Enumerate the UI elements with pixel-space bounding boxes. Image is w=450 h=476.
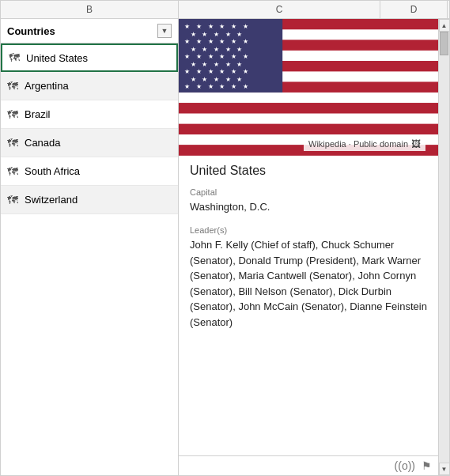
svg-text:★: ★ (219, 53, 225, 60)
scroll-track[interactable] (439, 32, 449, 463)
svg-text:★: ★ (196, 23, 202, 30)
country-item[interactable]: 🗺United States (1, 43, 178, 72)
country-name-text: United States (26, 52, 88, 64)
svg-text:★: ★ (208, 83, 214, 90)
svg-text:★: ★ (184, 38, 190, 45)
country-item[interactable]: 🗺South Africa (1, 157, 178, 186)
svg-text:★: ★ (231, 53, 236, 60)
svg-rect-9 (179, 103, 438, 113)
svg-text:★: ★ (191, 61, 196, 68)
scroll-up-arrow[interactable]: ▲ (439, 19, 450, 32)
map-icon: 🗺 (7, 108, 18, 121)
col-header-c: C (179, 1, 380, 18)
country-item[interactable]: 🗺Canada (1, 129, 178, 157)
svg-text:★: ★ (236, 76, 242, 83)
scroll-thumb[interactable] (440, 32, 448, 55)
svg-text:★: ★ (196, 83, 202, 90)
map-icon: 🗺 (9, 51, 20, 64)
svg-text:★: ★ (191, 46, 196, 53)
svg-rect-11 (179, 124, 438, 134)
map-icon: 🗺 (7, 80, 18, 93)
column-headers: B C D (1, 1, 449, 19)
left-column: Countries ▼ 🗺United States🗺Argentina🗺Bra… (1, 19, 179, 475)
svg-text:★: ★ (191, 31, 196, 38)
svg-text:★: ★ (231, 83, 236, 90)
svg-rect-10 (179, 114, 438, 124)
svg-text:★: ★ (208, 53, 214, 60)
svg-text:★: ★ (184, 68, 190, 75)
info-card[interactable]: ★★★★★★ ★★★★★ ★★★★★★ ★★★★★ ★★★★★★ ★★★★★ ★… (179, 19, 438, 455)
svg-text:★: ★ (243, 38, 248, 45)
svg-text:★: ★ (202, 61, 207, 68)
card-section-label: Capital (190, 187, 427, 197)
country-name-text: Brazil (25, 108, 51, 120)
svg-text:★: ★ (196, 38, 202, 45)
svg-text:★: ★ (202, 76, 207, 83)
svg-text:★: ★ (243, 68, 248, 75)
svg-text:★: ★ (214, 61, 219, 68)
svg-text:★: ★ (219, 68, 225, 75)
country-list[interactable]: 🗺United States🗺Argentina🗺Brazil🗺Canada🗺S… (1, 43, 178, 475)
svg-text:★: ★ (214, 76, 219, 83)
filter-dropdown-button[interactable]: ▼ (157, 24, 172, 38)
svg-text:★: ★ (243, 83, 248, 90)
svg-text:★: ★ (236, 46, 242, 53)
country-item[interactable]: 🗺Argentina (1, 72, 178, 100)
filter-header: Countries ▼ (1, 19, 178, 43)
pin-icon[interactable]: ⚑ (422, 459, 432, 472)
svg-text:★: ★ (236, 61, 242, 68)
map-icon: 🗺 (7, 194, 18, 206)
card-section-value: John F. Kelly (Chief of staff), Chuck Sc… (190, 237, 427, 330)
main-area: Countries ▼ 🗺United States🗺Argentina🗺Bra… (1, 19, 449, 475)
map-icon: 🗺 (7, 137, 18, 149)
svg-text:★: ★ (214, 46, 219, 53)
svg-text:★: ★ (191, 76, 196, 83)
svg-text:★: ★ (202, 31, 207, 38)
col-header-d: D (380, 1, 448, 18)
svg-text:★: ★ (219, 23, 225, 30)
svg-text:★: ★ (196, 68, 202, 75)
svg-text:★: ★ (231, 23, 236, 30)
svg-text:★: ★ (202, 46, 207, 53)
country-item[interactable]: 🗺Brazil (1, 100, 178, 129)
svg-text:★: ★ (208, 38, 214, 45)
filter-label: Countries (7, 25, 55, 37)
country-name-text: Argentina (25, 80, 69, 92)
svg-text:★: ★ (225, 31, 231, 38)
svg-text:★: ★ (243, 23, 248, 30)
image-icon: 🖼 (411, 138, 421, 149)
country-name-text: Canada (25, 137, 61, 149)
card-section-value: Washington, D.C. (190, 199, 427, 215)
card-section-label: Leader(s) (190, 225, 427, 235)
flag-container: ★★★★★★ ★★★★★ ★★★★★★ ★★★★★ ★★★★★★ ★★★★★ ★… (179, 19, 438, 156)
scrollbar[interactable]: ▲ ▼ (438, 19, 449, 475)
country-name-text: South Africa (25, 165, 80, 177)
right-wrapper: ★★★★★★ ★★★★★ ★★★★★★ ★★★★★ ★★★★★★ ★★★★★ ★… (179, 19, 449, 475)
us-flag: ★★★★★★ ★★★★★ ★★★★★★ ★★★★★ ★★★★★★ ★★★★★ ★… (179, 19, 438, 156)
svg-text:★: ★ (184, 53, 190, 60)
flag-caption: Wikipedia · Public domain 🖼 (304, 137, 425, 151)
svg-text:★: ★ (225, 46, 231, 53)
col-header-b: B (1, 1, 179, 18)
svg-rect-8 (179, 93, 438, 103)
svg-text:★: ★ (236, 31, 242, 38)
country-name-text: Switzerland (25, 194, 78, 206)
svg-text:★: ★ (214, 31, 219, 38)
svg-text:★: ★ (219, 38, 225, 45)
svg-text:★: ★ (225, 76, 231, 83)
country-item[interactable]: 🗺Switzerland (1, 186, 178, 214)
card-body: United States CapitalWashington, D.C.Lea… (179, 156, 438, 349)
svg-text:★: ★ (225, 61, 231, 68)
svg-text:★: ★ (208, 68, 214, 75)
flag-caption-text: Wikipedia · Public domain (308, 139, 408, 149)
scroll-down-arrow[interactable]: ▼ (439, 463, 450, 475)
signal-icon[interactable]: ((o)) (395, 459, 415, 472)
map-icon: 🗺 (7, 165, 18, 178)
svg-text:★: ★ (184, 23, 190, 30)
svg-text:★: ★ (196, 53, 202, 60)
svg-text:★: ★ (243, 53, 248, 60)
card-sections: CapitalWashington, D.C.Leader(s)John F. … (190, 187, 427, 331)
svg-text:★: ★ (208, 23, 214, 30)
svg-text:★: ★ (184, 83, 190, 90)
svg-text:★: ★ (231, 68, 236, 75)
